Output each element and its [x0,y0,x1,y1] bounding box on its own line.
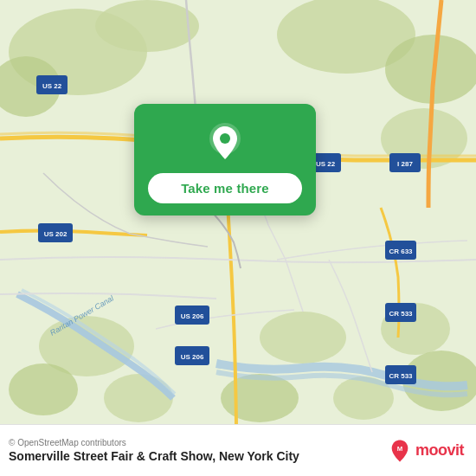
svg-point-3 [95,0,199,52]
take-me-there-button[interactable]: Take me there [148,173,302,203]
moovit-pin-icon: M [388,439,412,463]
svg-text:US 206: US 206 [181,312,204,320]
location-pin-icon [203,119,248,164]
bottom-info: © OpenStreetMap contributors Somerville … [9,438,299,463]
svg-point-13 [221,374,299,422]
moovit-logo: M moovit [388,439,464,463]
svg-text:US 22: US 22 [42,82,62,90]
svg-point-12 [260,312,346,363]
osm-attribution: © OpenStreetMap contributors [9,438,299,447]
event-title: Somerville Street Fair & Craft Show, New… [9,449,299,463]
svg-text:US 202: US 202 [44,230,68,238]
bottom-bar: © OpenStreetMap contributors Somerville … [0,424,476,476]
svg-text:CR 533: CR 533 [389,310,413,318]
map-container: US 22 US 22 I 287 US 202 US 206 US 206 C… [0,0,476,424]
svg-text:I 287: I 287 [397,160,413,168]
moovit-text: moovit [415,441,464,460]
svg-text:US 22: US 22 [316,160,336,168]
svg-point-11 [9,363,78,415]
svg-text:CR 633: CR 633 [389,248,413,255]
svg-text:M: M [397,445,402,453]
svg-text:US 206: US 206 [181,353,204,361]
popup-card: Take me there [134,104,316,215]
svg-text:CR 533: CR 533 [389,372,413,380]
svg-point-35 [220,133,230,144]
